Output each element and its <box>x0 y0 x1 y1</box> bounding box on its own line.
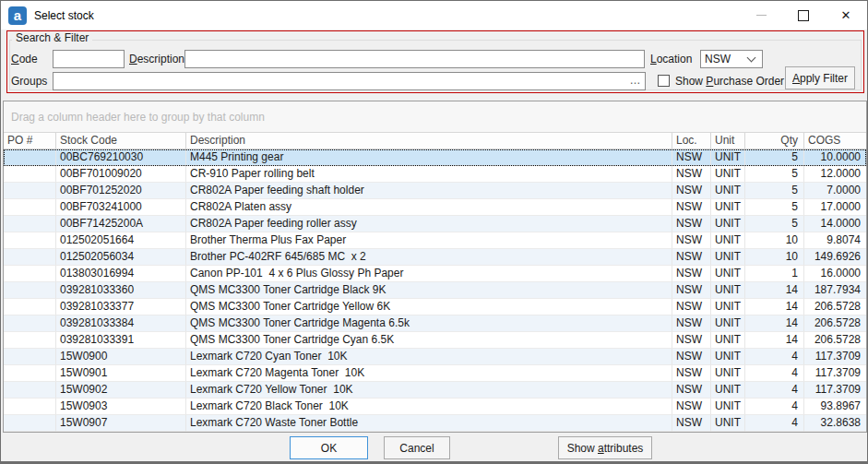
cell-qty: 4 <box>745 382 804 399</box>
window-controls: ✕ <box>740 1 867 30</box>
minimize-icon <box>756 15 767 16</box>
table-row[interactable]: 039281033391QMS MC3300 Toner Cartridge C… <box>4 332 866 349</box>
table-row[interactable]: 039281033377QMS MC3300 Toner Cartridge Y… <box>4 299 866 315</box>
cell-qty: 10 <box>745 232 804 249</box>
show-purchase-order-checkbox[interactable] <box>658 75 670 87</box>
column-header-stock-code[interactable]: Stock Code <box>56 133 186 149</box>
cell-cogs: 9.8074 <box>804 232 866 249</box>
cell-desc: M445 Printing gear <box>186 149 672 166</box>
cell-loc: NSW <box>672 183 711 199</box>
table-row[interactable]: 012502051664Brother Therma Plus Fax Pape… <box>4 232 866 249</box>
cell-code: 15W0900 <box>56 349 186 365</box>
cell-code: 15W0901 <box>56 365 186 382</box>
table-row[interactable]: 039281033360QMS MC3300 Toner Cartridge B… <box>4 282 866 299</box>
cell-code: 00BF701009020 <box>56 166 186 183</box>
cell-unit: UNIT <box>711 282 745 299</box>
groups-field: … <box>53 72 646 90</box>
cell-code: 039281033377 <box>56 299 186 315</box>
groupbox-legend: Search & Filter <box>12 31 92 44</box>
description-input[interactable] <box>184 50 645 68</box>
location-select[interactable]: NSW <box>700 50 763 68</box>
cell-qty: 5 <box>745 216 804 232</box>
code-input[interactable] <box>53 50 125 68</box>
table-row[interactable]: 00BC769210030M445 Printing gearNSWUNIT51… <box>4 149 866 166</box>
close-button[interactable]: ✕ <box>825 1 867 30</box>
table-row[interactable]: 00BF701009020CR-910 Paper rolling beltNS… <box>4 166 866 183</box>
column-header-po[interactable]: PO # <box>4 133 56 149</box>
ok-button[interactable]: OK <box>290 436 368 459</box>
cell-qty: 5 <box>745 166 804 183</box>
search-filter-group: Search & Filter Code Description Locatio… <box>6 30 864 93</box>
cell-desc: QMS MC3300 Toner Cartridge Cyan 6.5K <box>186 332 672 349</box>
cell-po <box>4 216 56 232</box>
stock-grid: Drag a column header here to group by th… <box>3 101 867 433</box>
cell-desc: Lexmark C720 Magenta Toner 10K <box>186 365 672 382</box>
column-header-cogs[interactable]: COGS <box>804 133 866 149</box>
ellipsis-button[interactable]: … <box>626 73 645 89</box>
column-header-location[interactable]: Loc. <box>672 133 711 149</box>
column-header-description[interactable]: Description <box>186 133 672 149</box>
close-icon: ✕ <box>841 9 851 21</box>
cell-cogs: 187.7934 <box>804 282 866 299</box>
table-row[interactable]: 15W0903Lexmark C720 Black Toner 10KNSWUN… <box>4 399 866 415</box>
cell-unit: UNIT <box>711 399 745 415</box>
table-row[interactable]: 00BF703241000CR802A Platen assyNSWUNIT51… <box>4 199 866 216</box>
cell-desc: Lexmark C720 Waste Toner Bottle <box>186 415 672 432</box>
show-attributes-button[interactable]: Show attributes <box>558 436 652 459</box>
cell-code: 039281033360 <box>56 282 186 299</box>
cell-cogs: 93.8967 <box>804 399 866 415</box>
cell-qty: 4 <box>745 349 804 365</box>
apply-filter-button[interactable]: Apply Filter <box>785 66 855 89</box>
cell-cogs: 17.0000 <box>804 199 866 216</box>
cell-qty: 1 <box>745 266 804 282</box>
cell-cogs: 117.3709 <box>804 365 866 382</box>
cell-qty: 5 <box>745 149 804 166</box>
cell-unit: UNIT <box>711 149 745 166</box>
table-row[interactable]: 15W0901Lexmark C720 Magenta Toner 10KNSW… <box>4 365 866 382</box>
cell-unit: UNIT <box>711 299 745 315</box>
table-row[interactable]: 039281033384QMS MC3300 Toner Cartridge M… <box>4 315 866 332</box>
code-label: Code <box>11 53 38 65</box>
cell-unit: UNIT <box>711 183 745 199</box>
cell-cogs: 12.0000 <box>804 166 866 183</box>
cell-desc: Canon PP-101 4 x 6 Plus Glossy Ph Paper <box>186 266 672 282</box>
column-header-qty[interactable]: Qty <box>745 133 804 149</box>
table-row[interactable]: 15W0907Lexmark C720 Waste Toner BottleNS… <box>4 415 866 432</box>
app-icon: a <box>8 6 27 25</box>
location-label: Location <box>650 53 692 65</box>
cell-desc: CR802A Paper feeding roller assy <box>186 216 672 232</box>
table-row[interactable]: 15W0902Lexmark C720 Yellow Toner 10KNSWU… <box>4 382 866 399</box>
cell-po <box>4 282 56 299</box>
table-row[interactable]: 00BF71425200ACR802A Paper feeding roller… <box>4 216 866 232</box>
maximize-button[interactable] <box>782 1 825 30</box>
description-label: Description <box>129 53 184 65</box>
cell-cogs: 16.0000 <box>804 266 866 282</box>
cell-cogs: 117.3709 <box>804 349 866 365</box>
cell-desc: QMS MC3300 Toner Cartridge Yellow 6K <box>186 299 672 315</box>
cell-code: 00BF703241000 <box>56 199 186 216</box>
table-row[interactable]: 00BF701252020CR802A Paper feeding shaft … <box>4 183 866 199</box>
table-row[interactable]: 012502056034Brother PC-402RF 645/685 MC … <box>4 249 866 266</box>
cell-code: 012502051664 <box>56 232 186 249</box>
groups-input[interactable] <box>54 73 626 89</box>
cell-code: 00BF71425200A <box>56 216 186 232</box>
cell-qty: 4 <box>745 415 804 432</box>
cell-po <box>4 365 56 382</box>
cell-unit: UNIT <box>711 232 745 249</box>
cell-loc: NSW <box>672 332 711 349</box>
cell-loc: NSW <box>672 365 711 382</box>
cell-loc: NSW <box>672 232 711 249</box>
cell-code: 039281033391 <box>56 332 186 349</box>
cell-unit: UNIT <box>711 166 745 183</box>
cell-loc: NSW <box>672 315 711 332</box>
column-header-unit[interactable]: Unit <box>711 133 745 149</box>
cell-po <box>4 183 56 199</box>
minimize-button[interactable] <box>740 1 782 30</box>
cell-loc: NSW <box>672 266 711 282</box>
cell-desc: Lexmark C720 Cyan Toner 10K <box>186 349 672 365</box>
table-row[interactable]: 15W0900Lexmark C720 Cyan Toner 10KNSWUNI… <box>4 349 866 365</box>
title-bar: a Select stock ✕ <box>1 1 867 30</box>
cell-loc: NSW <box>672 399 711 415</box>
cancel-button[interactable]: Cancel <box>384 436 450 459</box>
table-row[interactable]: 013803016994Canon PP-101 4 x 6 Plus Glos… <box>4 266 866 282</box>
